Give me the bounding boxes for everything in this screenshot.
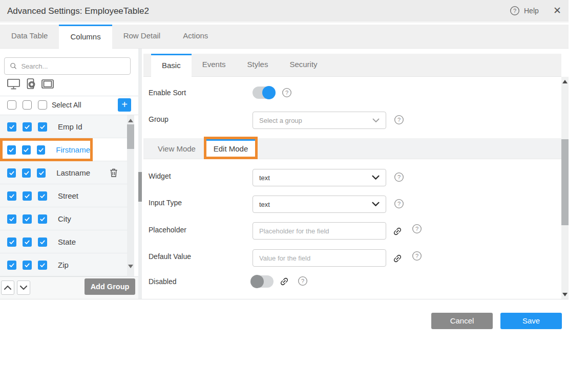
scrollbar-thumb[interactable]	[561, 139, 569, 225]
chevron-down-icon	[372, 175, 380, 180]
column-visibility-checkbox-mobile[interactable]	[23, 238, 32, 247]
tab-basic[interactable]: Basic	[151, 54, 192, 77]
column-visibility-checkbox-desktop[interactable]	[7, 214, 16, 224]
group-help-icon[interactable]: ?	[394, 115, 404, 125]
column-visibility-checkbox-desktop[interactable]	[7, 122, 16, 132]
tab-data-table[interactable]: Data Table	[0, 25, 59, 48]
tab-columns[interactable]: Columns	[59, 25, 112, 49]
column-visibility-checkbox-tablet[interactable]	[38, 214, 47, 224]
splitter-drag-handle[interactable]	[138, 172, 142, 202]
mobile-icon[interactable]	[25, 78, 36, 90]
enable-sort-toggle[interactable]	[253, 87, 275, 99]
help-circle-icon: ?	[510, 6, 520, 16]
column-list: Emp Id Firstname	[0, 115, 127, 276]
tab-actions[interactable]: Actions	[172, 25, 219, 48]
column-visibility-checkbox-tablet[interactable]	[37, 168, 46, 178]
tablet-icon[interactable]	[41, 78, 54, 90]
column-visibility-checkbox-desktop[interactable]	[7, 261, 16, 270]
columns-sidebar: Select All + Emp Id	[0, 49, 138, 299]
checkmark-icon	[39, 239, 46, 245]
placeholder-input[interactable]	[259, 227, 380, 235]
checkmark-icon	[9, 239, 15, 245]
group-select[interactable]: Select a group	[253, 112, 386, 129]
default-value-input[interactable]	[259, 254, 380, 262]
default-value-link-icon[interactable]	[390, 251, 405, 266]
column-visibility-checkbox-tablet[interactable]	[38, 191, 47, 201]
column-visibility-checkbox-mobile[interactable]	[23, 214, 32, 224]
tab-row-detail[interactable]: Row Detail	[112, 25, 172, 48]
select-all-checkbox-mobile[interactable]	[23, 100, 32, 110]
help-button[interactable]: ? Help	[510, 6, 539, 16]
column-visibility-checkbox-tablet[interactable]	[38, 122, 47, 132]
scroll-down-arrow-icon[interactable]	[562, 293, 568, 296]
search-icon	[10, 62, 17, 70]
checkmark-icon	[38, 170, 45, 176]
column-list-row[interactable]: Lastname	[0, 161, 127, 184]
placeholder-link-icon[interactable]	[390, 224, 405, 239]
tab-security[interactable]: Security	[279, 54, 328, 76]
input-type-select[interactable]: text	[253, 196, 386, 213]
placeholder-label: Placeholder	[149, 226, 186, 234]
enable-sort-help-icon[interactable]: ?	[282, 88, 292, 98]
column-list-row[interactable]: City	[0, 207, 127, 230]
column-visibility-checkbox-mobile[interactable]	[22, 145, 31, 155]
input-type-help-icon[interactable]: ?	[394, 199, 404, 209]
tab-edit-mode[interactable]: Edit Mode	[206, 139, 255, 157]
scroll-down-arrow-icon[interactable]	[128, 265, 133, 268]
column-visibility-checkbox-desktop[interactable]	[7, 168, 16, 178]
column-visibility-checkbox-mobile[interactable]	[22, 168, 31, 178]
column-name-label: Zip	[58, 261, 69, 269]
column-row-highlight: Emp Id	[0, 115, 93, 138]
scroll-up-arrow-icon[interactable]	[562, 80, 568, 83]
default-value-help-icon[interactable]: ?	[412, 251, 422, 261]
checkmark-icon	[39, 124, 46, 130]
default-value-input-wrap	[253, 249, 386, 267]
trash-icon[interactable]	[109, 167, 119, 178]
column-visibility-checkbox-tablet[interactable]	[38, 238, 47, 247]
disabled-toggle[interactable]	[251, 275, 274, 288]
column-visibility-checkbox-mobile[interactable]	[23, 261, 32, 270]
column-visibility-checkbox-tablet[interactable]	[38, 261, 47, 270]
column-visibility-checkbox-tablet[interactable]	[37, 145, 46, 155]
dialog-title: Advanced Settings: EmployeeTable2	[7, 6, 149, 16]
column-list-scrollbar[interactable]	[127, 115, 134, 276]
desktop-icon[interactable]	[7, 78, 20, 90]
widget-select[interactable]: text	[253, 169, 386, 186]
column-list-row[interactable]: Zip	[0, 253, 127, 276]
column-visibility-checkbox-desktop[interactable]	[7, 145, 16, 155]
scrollbar-thumb[interactable]	[127, 124, 134, 149]
column-visibility-checkbox-desktop[interactable]	[7, 238, 16, 247]
column-visibility-checkbox-mobile[interactable]	[23, 191, 32, 201]
chevron-down-icon	[372, 118, 380, 123]
select-all-row: Select All +	[0, 96, 138, 115]
disabled-help-icon[interactable]: ?	[298, 276, 308, 286]
select-all-checkbox-tablet[interactable]	[38, 100, 47, 110]
move-column-up-button[interactable]	[1, 280, 14, 295]
tab-events[interactable]: Events	[192, 54, 237, 76]
placeholder-help-icon[interactable]: ?	[412, 224, 422, 234]
cancel-button[interactable]: Cancel	[431, 313, 493, 329]
search-input[interactable]	[21, 62, 125, 70]
widget-help-icon[interactable]: ?	[394, 172, 404, 182]
column-visibility-checkbox-desktop[interactable]	[7, 191, 16, 201]
panel-splitter	[138, 49, 142, 299]
select-all-checkbox-desktop[interactable]	[7, 100, 16, 110]
disabled-link-icon[interactable]	[277, 274, 291, 289]
settings-scrollbar[interactable]	[561, 77, 569, 299]
checkmark-icon	[8, 147, 14, 153]
tab-view-mode[interactable]: View Mode	[158, 138, 196, 159]
column-list-row[interactable]: Emp Id	[0, 115, 127, 138]
close-icon[interactable]: ✕	[553, 5, 561, 16]
dialog-header: Advanced Settings: EmployeeTable2 ? Help…	[0, 0, 569, 23]
column-visibility-checkbox-mobile[interactable]	[23, 122, 32, 132]
search-box[interactable]	[4, 57, 131, 75]
save-button[interactable]: Save	[500, 313, 562, 329]
column-list-row[interactable]: State	[0, 230, 127, 253]
column-list-row[interactable]: Street	[0, 184, 127, 207]
column-list-row[interactable]: Firstname	[0, 138, 127, 161]
add-column-button[interactable]: +	[118, 98, 131, 112]
move-column-down-button[interactable]	[17, 280, 30, 295]
scroll-up-arrow-icon[interactable]	[128, 119, 133, 122]
tab-styles[interactable]: Styles	[237, 54, 279, 76]
add-group-button[interactable]: Add Group	[85, 278, 135, 295]
